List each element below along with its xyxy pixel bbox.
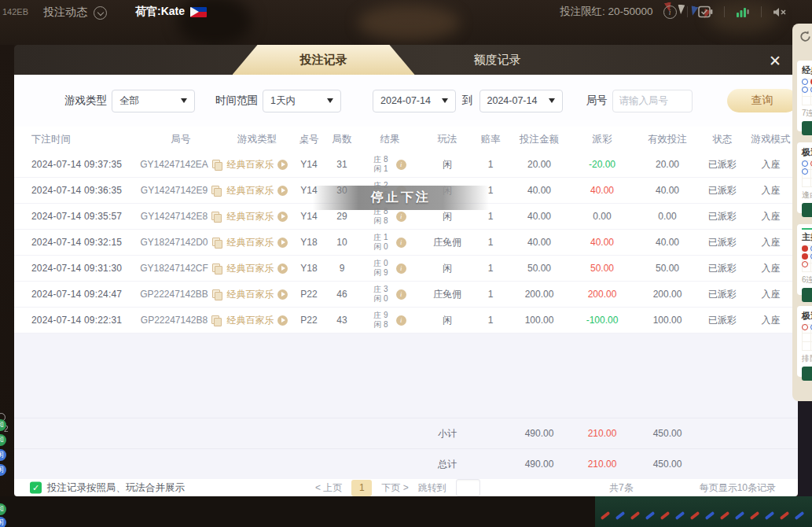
time-range-label: 时间范围 [215, 94, 258, 108]
top-bar-right: 投注限红: 20-50000 i [560, 0, 788, 24]
round-id: GP22247142BB [140, 289, 208, 300]
enter-table-button[interactable] [802, 121, 812, 135]
merge-checkbox-group[interactable]: ✓ 投注记录按照局、玩法合并展示 [30, 481, 185, 495]
payout: 50.00 [571, 263, 634, 274]
replay-icon[interactable] [277, 238, 288, 248]
roadmap-card-1[interactable]: 极速逢白 [797, 142, 812, 213]
game-type: 经典百家乐 [227, 210, 274, 223]
caret-down-icon [442, 98, 448, 103]
copy-icon[interactable] [212, 238, 222, 248]
table-no: P22 [292, 315, 325, 326]
copy-icon[interactable] [211, 315, 221, 326]
date-from-select[interactable]: 2024-07-14 [373, 90, 456, 112]
bet-dynamics-label: 投注动态 [43, 6, 87, 20]
record-count: 共7条 [609, 481, 634, 495]
tab-label: 投注记录 [300, 53, 347, 68]
status: 已派彩 [701, 184, 744, 197]
result-info-icon[interactable]: i [396, 289, 406, 300]
copy-icon[interactable] [211, 212, 221, 222]
bead-row [802, 168, 812, 175]
bet-dynamics[interactable]: 投注动态 [43, 6, 107, 20]
game-type-cell: 经典百家乐 [222, 184, 292, 197]
time-range-select[interactable]: 1天内 [263, 90, 341, 112]
total-amount: 490.00 [508, 459, 571, 470]
query-button[interactable]: 查询 [727, 89, 798, 112]
status: 已派彩 [701, 158, 744, 171]
banker-score: 庄 9 [373, 311, 388, 321]
result-cell: 庄 1闲 0i [358, 233, 421, 252]
copy-icon[interactable] [212, 264, 222, 274]
play-type: 闲 [421, 314, 473, 327]
current-page-button[interactable]: 1 [351, 480, 372, 496]
chevron-down-icon[interactable] [94, 6, 107, 20]
round-count: 31 [325, 159, 358, 170]
subtotal-amount: 490.00 [508, 428, 571, 439]
modal-header: 投注记录 额度记录 ✕ [14, 45, 798, 75]
next-page-button[interactable]: 下页 > [381, 481, 408, 495]
roadmap-note: 逢白 [802, 190, 812, 201]
game-type-cell: 经典百家乐 [222, 288, 292, 301]
column-header: 局号 [140, 133, 222, 146]
copy-icon[interactable] [212, 160, 222, 170]
enter-table-button[interactable] [802, 367, 812, 381]
column-header: 派彩 [571, 133, 634, 146]
copy-icon[interactable] [211, 186, 221, 196]
checkbox-checked-icon[interactable]: ✓ [30, 482, 42, 494]
result-info-icon[interactable]: i [396, 212, 406, 222]
date-to-select[interactable]: 2024-07-14 [479, 90, 563, 112]
play-type: 庄免佣 [421, 236, 473, 249]
divider [687, 6, 688, 17]
table-felt [595, 496, 812, 527]
copy-icon[interactable] [212, 289, 222, 300]
enter-table-button[interactable] [802, 203, 812, 217]
bead-icon [802, 168, 808, 175]
jump-page-input[interactable] [456, 479, 480, 496]
signal-quality-icon[interactable] [735, 4, 751, 20]
bet-time: 2024-07-14 09:35:57 [30, 211, 140, 222]
roadmap-card-2[interactable]: 主播6连 [797, 224, 812, 295]
player-score: 闲 8 [373, 216, 388, 227]
replay-icon[interactable] [277, 315, 288, 326]
replay-icon[interactable] [277, 186, 288, 196]
speaker-muted-icon[interactable] [772, 4, 788, 20]
replay-icon[interactable] [277, 212, 288, 222]
play-type: 闲 [421, 158, 473, 171]
result-info-icon[interactable]: i [396, 160, 406, 170]
lobby-sidebar: 经典7连极速逢白主播6连极速排队 [792, 24, 812, 401]
bet-amount: 20.00 [508, 159, 571, 170]
valid-bet: 100.00 [634, 315, 701, 326]
status: 已派彩 [701, 262, 744, 275]
video-toggle-icon[interactable] [698, 4, 714, 20]
roadmap-card-3[interactable]: 极速排队 [797, 306, 812, 377]
odds: 1 [473, 211, 508, 222]
table-row: 2024-07-14 09:37:35GY14247142EA经典百家乐Y143… [14, 152, 798, 178]
limit-info-icon[interactable]: i [663, 6, 677, 19]
tab-betting-records[interactable]: 投注记录 [233, 45, 415, 75]
payout: -100.00 [571, 315, 634, 326]
divider [724, 6, 725, 17]
subtotal-valid: 450.00 [634, 428, 701, 439]
prev-page-button[interactable]: < 上页 [315, 481, 342, 495]
result-info-icon[interactable]: i [396, 238, 406, 248]
roadmap-note: 排队 [802, 353, 812, 364]
game-type: 经典百家乐 [227, 314, 274, 327]
roadmap-note: 7连 [802, 108, 812, 119]
odds: 1 [473, 263, 508, 274]
result-info-icon[interactable]: i [396, 315, 406, 326]
round-id: GY18247142CF [140, 263, 208, 274]
game-mode: 入座 [744, 210, 798, 223]
column-header: 投注金额 [508, 133, 571, 146]
result-info-icon[interactable]: i [396, 264, 406, 274]
replay-icon[interactable] [277, 264, 288, 274]
game-type-select[interactable]: 全部 [112, 90, 195, 112]
enter-table-button[interactable] [802, 288, 812, 302]
background-right-strip [798, 397, 812, 496]
tab-quota-records[interactable]: 额度记录 [415, 45, 580, 75]
round-input[interactable] [612, 90, 693, 112]
roadmap-card-0[interactable]: 经典7连 [797, 61, 812, 131]
refresh-icon[interactable] [799, 30, 812, 43]
replay-icon[interactable] [277, 160, 288, 170]
close-icon[interactable]: ✕ [765, 50, 785, 71]
replay-icon[interactable] [277, 289, 288, 300]
result-cell: 庄 3闲 0i [358, 285, 421, 304]
